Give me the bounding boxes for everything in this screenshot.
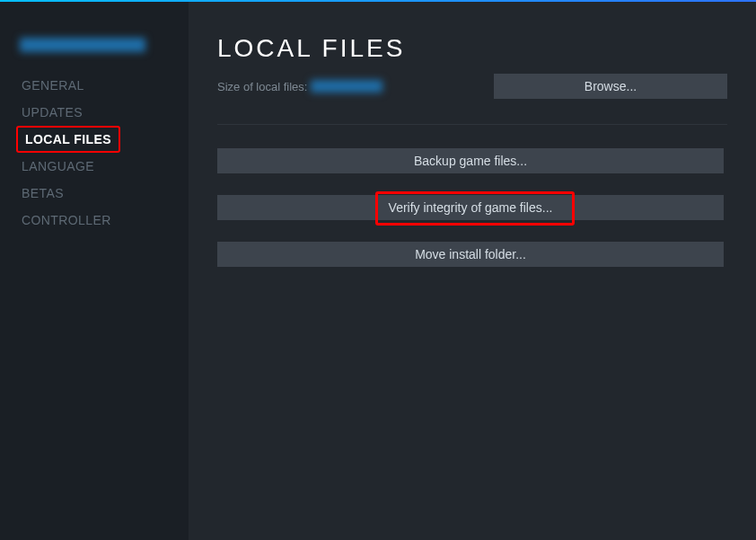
sidebar-item-general[interactable]: GENERAL bbox=[0, 72, 189, 99]
sidebar-item-language[interactable]: LANGUAGE bbox=[0, 153, 189, 180]
sidebar-item-updates[interactable]: UPDATES bbox=[0, 99, 189, 126]
sidebar-item-controller[interactable]: CONTROLLER bbox=[0, 207, 189, 234]
page-title: LOCAL FILES bbox=[217, 34, 727, 63]
sidebar-nav: GENERAL UPDATES LOCAL FILES LANGUAGE BET… bbox=[0, 72, 189, 234]
backup-button[interactable]: Backup game files... bbox=[217, 148, 724, 173]
size-row: Size of local files: Browse... bbox=[217, 74, 727, 99]
size-label: Size of local files: bbox=[217, 80, 307, 93]
size-value-redacted bbox=[311, 80, 382, 93]
browse-button[interactable]: Browse... bbox=[494, 74, 727, 99]
verify-button-wrap: Verify integrity of game files... bbox=[217, 195, 724, 220]
verify-button[interactable]: Verify integrity of game files... bbox=[217, 195, 724, 220]
sidebar: GENERAL UPDATES LOCAL FILES LANGUAGE BET… bbox=[0, 2, 189, 540]
divider bbox=[217, 124, 727, 125]
sidebar-item-betas[interactable]: BETAS bbox=[0, 180, 189, 207]
app-title-redacted bbox=[20, 38, 145, 52]
main-panel: LOCAL FILES Size of local files: Browse.… bbox=[189, 2, 756, 540]
sidebar-item-local-files[interactable]: LOCAL FILES bbox=[16, 126, 120, 153]
move-button[interactable]: Move install folder... bbox=[217, 242, 724, 267]
